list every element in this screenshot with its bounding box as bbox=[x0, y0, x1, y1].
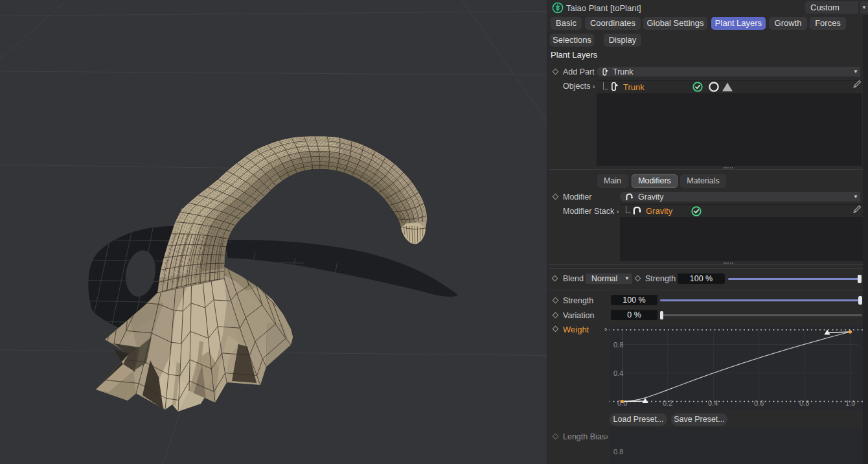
svg-text:1.0: 1.0 bbox=[845, 399, 855, 407]
svg-text:0.6: 0.6 bbox=[754, 399, 764, 407]
svg-text:0.8: 0.8 bbox=[613, 448, 623, 456]
svg-text:0.2: 0.2 bbox=[663, 399, 672, 407]
svg-text:0.4: 0.4 bbox=[613, 369, 623, 377]
svg-text:0.8: 0.8 bbox=[799, 399, 809, 407]
svg-text:0.8: 0.8 bbox=[613, 341, 623, 349]
svg-text:0.4: 0.4 bbox=[708, 399, 718, 407]
